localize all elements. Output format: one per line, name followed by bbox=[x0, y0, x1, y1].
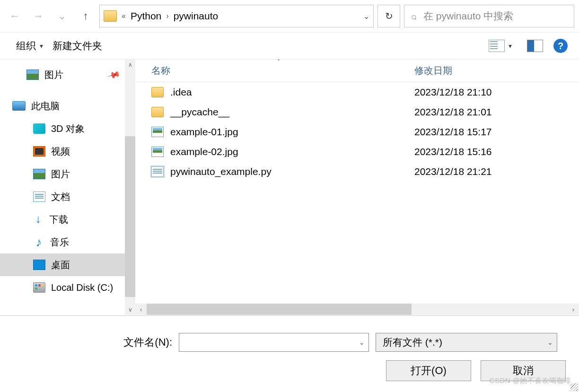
vid-icon bbox=[33, 146, 45, 157]
file-py-icon bbox=[151, 166, 164, 177]
sidebar-item-label: 下载 bbox=[49, 213, 68, 226]
preview-pane-button[interactable] bbox=[527, 40, 543, 52]
sidebar-item-1[interactable]: 此电脑 bbox=[0, 95, 135, 117]
filename-label: 文件名(N): bbox=[11, 335, 172, 349]
sidebar-item-label: 音乐 bbox=[50, 236, 69, 249]
view-options-button[interactable]: ▾ bbox=[484, 40, 517, 52]
pic-icon bbox=[26, 70, 39, 80]
file-row[interactable]: .idea2023/12/18 21:10 bbox=[135, 82, 579, 102]
sidebar-item-label: 文档 bbox=[51, 191, 70, 203]
sidebar-item-label: 图片 bbox=[51, 168, 70, 181]
view-list-icon bbox=[489, 40, 505, 52]
file-date: 2023/12/18 21:21 bbox=[414, 166, 556, 177]
sidebar-item-label: 图片 bbox=[44, 69, 63, 81]
search-icon: ⌕ bbox=[411, 11, 417, 22]
sidebar-item-3[interactable]: 视频 bbox=[0, 140, 135, 163]
file-jpg-icon bbox=[151, 147, 164, 157]
sidebar-item-8[interactable]: 桌面 bbox=[0, 253, 135, 276]
up-button[interactable]: ↑ bbox=[76, 6, 96, 26]
column-headers: 名称 修改日期 bbox=[135, 60, 579, 82]
file-date: 2023/12/18 15:16 bbox=[414, 146, 556, 157]
file-row[interactable]: example-02.jpg2023/12/18 15:16 bbox=[135, 142, 579, 162]
bottom-panel: 文件名(N): ⌄ 所有文件 (*.*) ⌄ 打开(O) 取消 CSDN @她不… bbox=[0, 315, 579, 392]
chevron-down-icon: ▾ bbox=[509, 42, 512, 50]
file-name: .idea bbox=[170, 87, 192, 98]
sidebar-item-0[interactable]: 图片📌 bbox=[0, 63, 135, 86]
recent-locations-button[interactable]: ⌄ bbox=[52, 6, 72, 26]
scroll-up-icon[interactable]: ∧ bbox=[125, 60, 135, 70]
search-placeholder: 在 pywinauto 中搜索 bbox=[423, 9, 513, 23]
sidebar-item-label: Local Disk (C:) bbox=[51, 282, 113, 293]
watermark: CSDN @她不喜欢喝咖啡 bbox=[490, 376, 571, 385]
column-header-name[interactable]: 名称 bbox=[135, 64, 414, 77]
breadcrumb-seg-1[interactable]: pywinauto bbox=[174, 10, 219, 22]
new-folder-button[interactable]: 新建文件夹 bbox=[48, 39, 107, 52]
sidebar-scrollbar[interactable]: ∧ ∨ bbox=[125, 60, 135, 315]
file-fld-icon bbox=[151, 87, 164, 97]
dl-icon: ↓ bbox=[33, 214, 44, 225]
forward-button[interactable]: → bbox=[28, 6, 48, 26]
chevron-down-icon: ▾ bbox=[40, 42, 43, 50]
back-button[interactable]: ← bbox=[5, 6, 25, 26]
file-list-h-scrollbar[interactable]: ‹ › bbox=[135, 304, 579, 315]
sidebar-item-2[interactable]: 3D 对象 bbox=[0, 117, 135, 140]
resize-grip-icon[interactable] bbox=[570, 383, 578, 391]
toolbar: 组织 ▾ 新建文件夹 ▾ ? bbox=[0, 32, 579, 60]
pc-icon bbox=[12, 101, 26, 111]
scroll-right-icon[interactable]: › bbox=[568, 306, 579, 313]
scroll-down-icon[interactable]: ∨ bbox=[125, 305, 135, 315]
file-row[interactable]: example-01.jpg2023/12/18 15:17 bbox=[135, 122, 579, 142]
file-list: ˄ 名称 修改日期 .idea2023/12/18 21:10__pycache… bbox=[135, 60, 579, 315]
search-input[interactable]: ⌕ 在 pywinauto 中搜索 bbox=[404, 5, 574, 27]
refresh-button[interactable]: ↻ bbox=[377, 5, 400, 27]
scroll-left-icon[interactable]: ‹ bbox=[135, 306, 147, 313]
file-row[interactable]: pywinauto_example.py2023/12/18 21:21 bbox=[135, 162, 579, 182]
filename-input[interactable]: ⌄ bbox=[179, 333, 369, 352]
help-button[interactable]: ? bbox=[553, 39, 568, 53]
file-name: example-01.jpg bbox=[170, 126, 238, 138]
sidebar-item-label: 3D 对象 bbox=[51, 122, 85, 135]
file-name: example-02.jpg bbox=[170, 146, 238, 157]
file-fld-icon bbox=[151, 107, 164, 117]
dsk-icon bbox=[33, 260, 45, 270]
sidebar-item-label: 此电脑 bbox=[31, 100, 60, 113]
file-date: 2023/12/18 21:10 bbox=[414, 87, 556, 98]
scroll-thumb[interactable] bbox=[125, 136, 135, 297]
file-row[interactable]: __pycache__2023/12/18 21:01 bbox=[135, 102, 579, 122]
breadcrumb[interactable]: « Python › pywinauto ⌄ bbox=[99, 5, 374, 27]
breadcrumb-sep-icon[interactable]: › bbox=[164, 12, 170, 20]
breadcrumb-seg-0[interactable]: Python bbox=[131, 10, 161, 22]
column-header-modified[interactable]: 修改日期 bbox=[414, 64, 556, 77]
organize-menu[interactable]: 组织 ▾ bbox=[11, 39, 48, 52]
address-bar: ← → ⌄ ↑ « Python › pywinauto ⌄ ↻ ⌕ 在 pyw… bbox=[0, 0, 579, 32]
file-date: 2023/12/18 15:17 bbox=[414, 126, 556, 138]
chevron-down-icon[interactable]: ⌄ bbox=[547, 339, 553, 346]
sidebar-item-label: 视频 bbox=[51, 145, 70, 158]
breadcrumb-overflow[interactable]: « bbox=[120, 12, 128, 20]
3d-icon bbox=[33, 123, 45, 134]
file-jpg-icon bbox=[151, 127, 164, 137]
open-button[interactable]: 打开(O) bbox=[386, 360, 471, 381]
pin-icon: 📌 bbox=[107, 68, 121, 82]
file-name: __pycache__ bbox=[170, 106, 229, 118]
folder-icon bbox=[104, 10, 117, 22]
pic-icon bbox=[33, 169, 45, 179]
scroll-thumb[interactable] bbox=[147, 304, 412, 315]
sort-indicator-icon: ˄ bbox=[277, 59, 280, 65]
chevron-down-icon[interactable]: ⌄ bbox=[355, 333, 368, 351]
sidebar-item-4[interactable]: 图片 bbox=[0, 163, 135, 185]
dsk-c-icon bbox=[33, 282, 45, 293]
sidebar-item-6[interactable]: ↓下载 bbox=[0, 208, 135, 231]
mus-icon: ♪ bbox=[33, 237, 44, 247]
file-name: pywinauto_example.py bbox=[170, 166, 272, 177]
sidebar-item-label: 桌面 bbox=[51, 259, 70, 271]
sidebar-item-9[interactable]: Local Disk (C:) bbox=[0, 276, 135, 299]
file-date: 2023/12/18 21:01 bbox=[414, 106, 556, 118]
sidebar-item-7[interactable]: ♪音乐 bbox=[0, 231, 135, 253]
breadcrumb-dropdown-icon[interactable]: ⌄ bbox=[363, 12, 369, 21]
file-type-select[interactable]: 所有文件 (*.*) ⌄ bbox=[376, 333, 557, 352]
sidebar-item-5[interactable]: 文档 bbox=[0, 185, 135, 208]
doc-icon bbox=[33, 192, 45, 202]
main-area: 图片📌此电脑3D 对象视频图片文档↓下载♪音乐桌面Local Disk (C:)… bbox=[0, 60, 579, 315]
sidebar: 图片📌此电脑3D 对象视频图片文档↓下载♪音乐桌面Local Disk (C:)… bbox=[0, 60, 135, 315]
